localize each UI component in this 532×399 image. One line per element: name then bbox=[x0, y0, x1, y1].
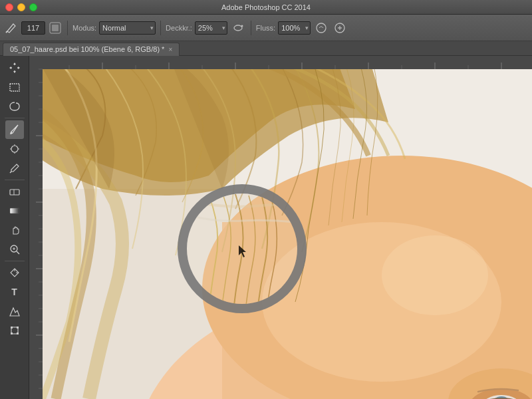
svg-rect-26 bbox=[17, 327, 19, 329]
deckkr-label: Deckkr.: bbox=[166, 24, 192, 32]
document-tab[interactable]: 05_07_haare.psd bei 100% (Ebene 6, RGB/8… bbox=[3, 43, 180, 56]
tool-select-rect[interactable] bbox=[5, 78, 24, 96]
svg-rect-69 bbox=[43, 56, 532, 69]
svg-rect-19 bbox=[10, 208, 19, 213]
tool-eyedropper[interactable] bbox=[5, 159, 24, 178]
svg-point-5 bbox=[317, 23, 326, 33]
minimize-button[interactable] bbox=[17, 3, 25, 11]
airbrush-icon[interactable] bbox=[230, 20, 246, 36]
modus-label: Modus: bbox=[72, 24, 96, 32]
tab-bar: 05_07_haare.psd bei 100% (Ebene 6, RGB/8… bbox=[0, 41, 532, 56]
toolbar: 117 Modus: Normal Aufhellen Abdunkeln Mu… bbox=[0, 15, 532, 41]
tool-brush[interactable] bbox=[5, 120, 24, 139]
fluss-select-wrapper[interactable]: 100% 75% 50% 25% bbox=[278, 21, 311, 35]
tool-text[interactable]: T bbox=[5, 283, 24, 301]
extra-icon-1[interactable] bbox=[313, 20, 329, 36]
tab-label: 05_07_haare.psd bei 100% (Ebene 6, RGB/8… bbox=[10, 45, 164, 53]
tool-lasso[interactable] bbox=[5, 97, 24, 116]
svg-marker-10 bbox=[13, 71, 16, 73]
svg-point-4 bbox=[241, 25, 243, 27]
title-bar: Adobe Photoshop CC 2014 bbox=[0, 0, 532, 15]
deckkr-select[interactable]: 25% 50% 75% 100% bbox=[195, 21, 227, 35]
tool-move[interactable] bbox=[5, 59, 24, 77]
modus-select-wrapper[interactable]: Normal Aufhellen Abdunkeln Multipliziere… bbox=[99, 21, 156, 35]
tool-gradient[interactable] bbox=[5, 201, 24, 220]
photo-canvas[interactable] bbox=[43, 56, 532, 399]
svg-rect-13 bbox=[10, 84, 19, 91]
toolbar-sep-2 bbox=[160, 21, 161, 35]
svg-line-0 bbox=[6, 31, 7, 33]
svg-rect-29 bbox=[29, 56, 43, 399]
canvas-area[interactable] bbox=[29, 56, 532, 399]
fluss-select[interactable]: 100% 75% 50% 25% bbox=[278, 21, 311, 35]
canvas-svg bbox=[43, 56, 532, 399]
svg-rect-27 bbox=[11, 332, 13, 334]
tool-eraser[interactable] bbox=[5, 182, 24, 201]
brush-tool-icon bbox=[4, 21, 19, 35]
svg-marker-12 bbox=[18, 66, 20, 69]
tool-path-select[interactable] bbox=[5, 302, 24, 321]
svg-marker-11 bbox=[9, 66, 11, 69]
main-area: T bbox=[0, 56, 532, 399]
tool-sep-2 bbox=[5, 180, 25, 180]
tool-sep-1 bbox=[5, 118, 25, 118]
brush-shape-icon[interactable] bbox=[48, 21, 63, 35]
tool-clone-stamp[interactable] bbox=[5, 140, 24, 158]
left-toolbar: T bbox=[0, 56, 29, 399]
tool-transform[interactable] bbox=[5, 321, 24, 340]
text-tool-label: T bbox=[11, 287, 17, 297]
tool-hand[interactable] bbox=[5, 221, 24, 239]
svg-point-61 bbox=[382, 235, 488, 315]
svg-line-16 bbox=[10, 172, 11, 173]
svg-line-21 bbox=[17, 251, 19, 254]
svg-marker-9 bbox=[13, 63, 16, 65]
tool-sep-3 bbox=[5, 261, 25, 261]
svg-point-15 bbox=[11, 146, 18, 152]
left-ruler bbox=[29, 56, 43, 399]
svg-rect-25 bbox=[11, 327, 13, 329]
tool-pen[interactable] bbox=[5, 263, 24, 282]
modus-select[interactable]: Normal Aufhellen Abdunkeln Multipliziere… bbox=[99, 21, 156, 35]
svg-rect-17 bbox=[10, 190, 19, 195]
svg-point-3 bbox=[234, 25, 242, 31]
fluss-label: Fluss: bbox=[256, 24, 275, 32]
svg-point-14 bbox=[10, 132, 12, 134]
toolbar-sep-3 bbox=[251, 21, 251, 35]
svg-rect-28 bbox=[17, 332, 19, 334]
maximize-button[interactable] bbox=[29, 3, 37, 11]
tab-close-button[interactable]: × bbox=[168, 46, 172, 53]
toolbar-sep-1 bbox=[67, 21, 68, 35]
close-button[interactable] bbox=[5, 3, 13, 11]
brush-size-input[interactable]: 117 bbox=[21, 21, 45, 35]
window-title: Adobe Photoshop CC 2014 bbox=[221, 3, 311, 11]
tool-zoom[interactable] bbox=[5, 240, 24, 259]
window-controls bbox=[5, 3, 37, 11]
svg-rect-2 bbox=[52, 25, 59, 31]
deckkr-select-wrapper[interactable]: 25% 50% 75% 100% bbox=[195, 21, 227, 35]
extra-icon-2[interactable] bbox=[332, 20, 348, 36]
